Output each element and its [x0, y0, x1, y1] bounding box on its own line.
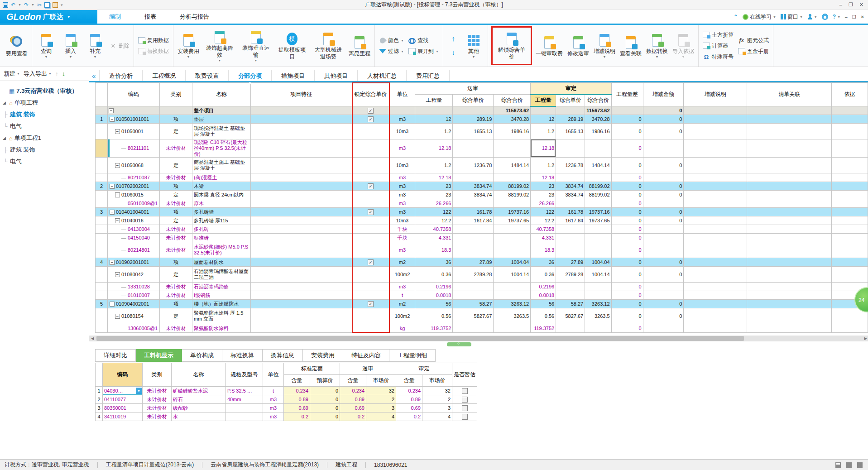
feature-cell[interactable]: [250, 158, 352, 173]
ss-price-cell[interactable]: [453, 291, 494, 300]
sd-qty-cell[interactable]: 0.0018: [531, 291, 556, 300]
row-number-cell[interactable]: [96, 234, 108, 242]
basis-cell[interactable]: [831, 106, 868, 115]
detail-tab-单价构成[interactable]: 单价构成: [182, 349, 222, 362]
ss-qty-cell[interactable]: 18.3: [415, 242, 453, 258]
amt-diff-cell[interactable]: 0: [643, 182, 684, 191]
collapse-ribbon-icon[interactable]: ⌃: [734, 14, 738, 20]
feature-cell[interactable]: [250, 199, 352, 208]
ss-content-cell[interactable]: 0.2: [340, 412, 366, 421]
ss-qty-cell[interactable]: [415, 106, 453, 115]
sd-price-cell[interactable]: 2789.28: [556, 267, 585, 283]
ss-total-cell[interactable]: 1484.14: [494, 158, 531, 173]
lock-price-cell[interactable]: [352, 283, 389, 291]
row-number-cell[interactable]: 2: [96, 395, 103, 404]
std-budget-price-cell[interactable]: 0: [310, 395, 340, 404]
doc-tab-取费设置[interactable]: 取费设置: [185, 70, 228, 82]
ss-qty-cell[interactable]: 12.18: [415, 173, 453, 182]
lock-price-cell[interactable]: ✓: [352, 300, 389, 308]
row-number-cell[interactable]: [96, 291, 108, 300]
basis-cell[interactable]: [831, 124, 868, 139]
list-relation-cell[interactable]: [747, 267, 832, 283]
collapse-icon[interactable]: −: [110, 210, 115, 215]
计算器-button[interactable]: 计算器: [703, 42, 734, 50]
save-icon[interactable]: [3, 2, 8, 8]
category-cell[interactable]: 未计价材: [159, 291, 192, 300]
collapse-icon[interactable]: −: [110, 184, 115, 189]
category-cell[interactable]: 未计价材: [159, 283, 192, 291]
row-number-cell[interactable]: [96, 139, 108, 158]
amt-diff-cell[interactable]: [643, 283, 684, 291]
ss-total-cell[interactable]: 88199.02: [494, 182, 531, 191]
ss-qty-cell[interactable]: 36: [415, 258, 453, 267]
move-row-down-button[interactable]: ↓: [448, 47, 458, 58]
detail-tab-标准换算[interactable]: 标准换算: [222, 349, 263, 362]
category-cell[interactable]: 定: [159, 158, 192, 173]
ss-qty-cell[interactable]: 26.266: [415, 199, 453, 208]
sd-price-cell[interactable]: 3834.74: [556, 182, 585, 191]
row-number-cell[interactable]: [96, 216, 108, 225]
category-cell[interactable]: 未计价材: [143, 404, 172, 412]
checkbox-unchecked-icon[interactable]: [462, 397, 468, 403]
lock-price-cell[interactable]: [352, 216, 389, 225]
qty-diff-cell[interactable]: 0: [611, 225, 643, 234]
row-number-cell[interactable]: [96, 199, 108, 208]
list-relation-cell[interactable]: [747, 242, 832, 258]
list-relation-cell[interactable]: [747, 234, 832, 242]
list-relation-cell[interactable]: [747, 324, 832, 333]
ss-total-cell[interactable]: 3263.5: [494, 308, 531, 324]
diff-note-cell[interactable]: [684, 300, 747, 308]
basis-cell[interactable]: [831, 115, 868, 124]
code-cell[interactable]: 01010007: [107, 291, 159, 300]
close-button[interactable]: ✕: [859, 2, 863, 8]
tree-item-单项工程[interactable]: ◢⌂单项工程: [3, 97, 87, 109]
diff-note-cell[interactable]: [684, 158, 747, 173]
code-cell[interactable]: 80214801: [107, 242, 159, 258]
ss-content-cell[interactable]: 0.89: [340, 395, 366, 404]
sd-price-cell[interactable]: [556, 173, 585, 182]
category-cell[interactable]: 未计价材: [159, 225, 192, 234]
checkbox-checked-icon[interactable]: ✓: [368, 108, 374, 114]
layout-view-1-icon[interactable]: [835, 462, 841, 468]
name-cell[interactable]: 木梁: [192, 182, 250, 191]
sd-qty-cell[interactable]: 12.18: [531, 173, 556, 182]
qty-diff-cell[interactable]: 0: [611, 324, 643, 333]
diff-note-cell[interactable]: [684, 324, 747, 333]
unit-cell[interactable]: 10m3: [389, 158, 415, 173]
diff-note-cell[interactable]: [684, 115, 747, 124]
sd-price-cell[interactable]: [556, 291, 585, 300]
checkbox-unchecked-icon[interactable]: [462, 405, 468, 411]
feature-cell[interactable]: [250, 291, 352, 300]
new-button[interactable]: 新建▼: [4, 70, 20, 78]
std-content-cell[interactable]: 0.2: [284, 412, 310, 421]
qty-diff-cell[interactable]: 0: [611, 191, 643, 199]
detail-tab-安装费用[interactable]: 安装费用: [303, 349, 343, 362]
ss-total-cell[interactable]: [494, 283, 531, 291]
feature-cell[interactable]: [250, 283, 352, 291]
ss-price-cell[interactable]: [453, 225, 494, 234]
sd-qty-cell[interactable]: 23: [531, 191, 556, 199]
feature-cell[interactable]: [250, 173, 352, 182]
qty-diff-cell[interactable]: 0: [611, 291, 643, 300]
ss-total-cell[interactable]: 1004.04: [494, 258, 531, 267]
sd-qty-cell[interactable]: [531, 106, 556, 115]
checkbox-unchecked-icon[interactable]: [462, 414, 468, 420]
费用查看-button[interactable]: 费用查看: [4, 34, 29, 58]
checkbox-checked-icon[interactable]: ✓: [368, 209, 374, 215]
code-cell[interactable]: −010702002001: [107, 182, 159, 191]
std-content-cell[interactable]: 0.69: [284, 404, 310, 412]
code-cell[interactable]: −01050068: [107, 158, 159, 173]
sd-total-cell[interactable]: [585, 324, 611, 333]
ss-qty-cell[interactable]: 1.2: [415, 158, 453, 173]
sd-total-cell[interactable]: 88199.02: [585, 182, 611, 191]
解锁综合单价-button[interactable]: 解锁综合单价: [494, 30, 529, 61]
sd-total-cell[interactable]: 19737.65: [585, 216, 611, 225]
qty-diff-cell[interactable]: 0: [611, 158, 643, 173]
list-relation-cell[interactable]: [747, 258, 832, 267]
unit-cell[interactable]: m3: [263, 412, 284, 421]
code-cell[interactable]: −: [107, 106, 159, 115]
tree-item-建筑-装饰[interactable]: ├建筑 装饰: [3, 109, 87, 120]
basis-cell[interactable]: [831, 182, 868, 191]
amt-diff-cell[interactable]: [643, 324, 684, 333]
lock-price-cell[interactable]: [352, 324, 389, 333]
